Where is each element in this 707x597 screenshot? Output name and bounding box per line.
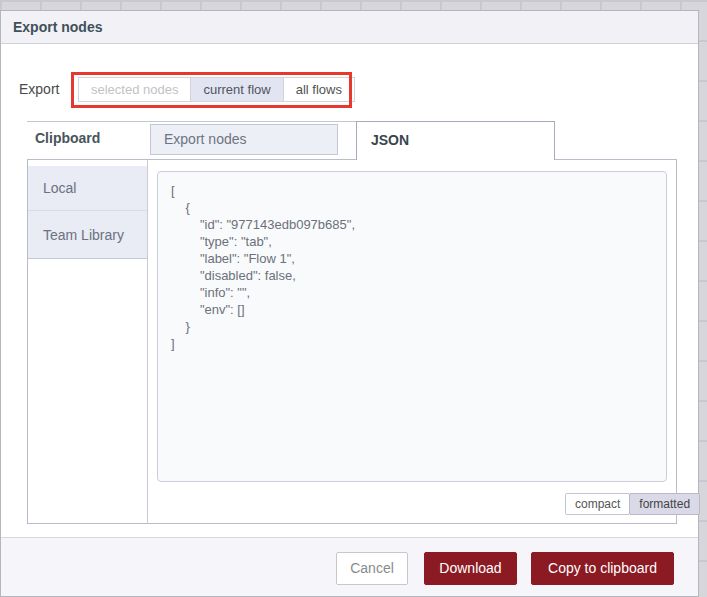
sidebar-item-team-library[interactable]: Team Library — [28, 211, 147, 259]
dialog-footer: Cancel Download Copy to clipboard — [1, 537, 698, 596]
library-sidebar: Local Team Library — [28, 160, 148, 523]
export-content-panel: Local Team Library [ { "id": "977143edb0… — [27, 159, 677, 524]
sidebar-item-local[interactable]: Local — [28, 166, 147, 211]
copy-to-clipboard-button[interactable]: Copy to clipboard — [531, 552, 674, 585]
export-nodes-dialog: Export nodes Export selected nodes curre… — [0, 10, 699, 597]
tab-row-divider — [27, 121, 357, 122]
scope-all-flows-button[interactable]: all flows — [283, 77, 355, 102]
dialog-title: Export nodes — [1, 11, 698, 44]
json-format-toggle-group: compact formatted — [566, 493, 700, 515]
scope-selected-nodes-button[interactable]: selected nodes — [78, 77, 191, 102]
tab-export-nodes[interactable]: Export nodes — [150, 124, 338, 155]
cancel-button[interactable]: Cancel — [336, 552, 408, 585]
exported-json-textarea[interactable]: [ { "id": "977143edb097b685", "type": "t… — [157, 171, 667, 482]
download-button[interactable]: Download — [424, 552, 517, 585]
format-compact-button[interactable]: compact — [565, 493, 630, 515]
export-row-label: Export — [19, 81, 59, 97]
export-scope-toggle-group: selected nodes current flow all flows — [78, 77, 355, 102]
library-source-label: Clipboard — [35, 130, 100, 146]
scope-current-flow-button[interactable]: current flow — [190, 77, 283, 102]
format-formatted-button[interactable]: formatted — [629, 493, 700, 515]
tab-json[interactable]: JSON — [356, 121, 555, 160]
